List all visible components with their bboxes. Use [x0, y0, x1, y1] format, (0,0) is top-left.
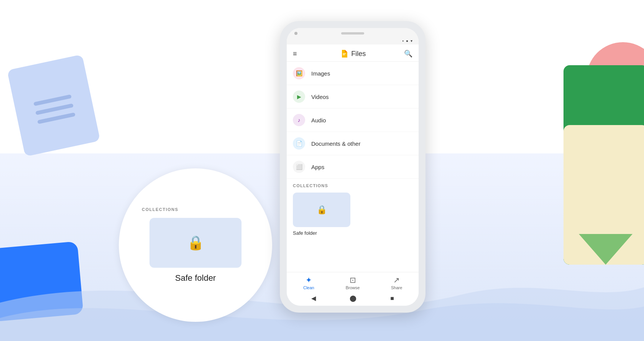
search-icon[interactable]: 🔍	[404, 49, 412, 58]
collections-circle: COLLECTIONS 🔒 Safe folder	[119, 168, 272, 322]
safe-folder-mini-card: 🔒	[293, 193, 350, 227]
signal-icon: ●	[406, 39, 408, 43]
lock-icon-small: 🔒	[317, 205, 327, 215]
images-icon: 🖼️	[296, 70, 302, 76]
note-shape	[7, 54, 100, 157]
safe-folder-mini-label: Safe folder	[293, 230, 317, 236]
home-bar: ◀ ⬤ ■	[287, 292, 419, 306]
documents-icon: 📄	[296, 140, 302, 147]
app-logo: Files	[302, 49, 404, 58]
videos-icon-bg: ▶	[293, 91, 305, 103]
safe-folder-item[interactable]: 🔒 Safe folder	[293, 193, 350, 236]
phone-frame: ▪ ● ▾ ≡ Files 🔍	[280, 21, 426, 313]
nav-browse[interactable]: ⊡ Browse	[331, 275, 375, 290]
apps-label: Apps	[311, 164, 324, 170]
collections-items: 🔒 Safe folder	[293, 193, 412, 236]
documents-icon-bg: 📄	[293, 137, 305, 150]
audio-label: Audio	[311, 117, 326, 124]
app-header: ≡ Files 🔍	[287, 44, 419, 62]
phone-notch	[287, 28, 419, 37]
svg-rect-0	[343, 53, 346, 54]
lock-icon-large: 🔒	[187, 235, 204, 251]
documents-label: Documents & other	[311, 140, 360, 147]
camera-dot	[294, 32, 297, 35]
collections-zoom-label: COLLECTIONS	[142, 207, 178, 212]
speaker-bar	[341, 32, 364, 35]
app-title: Files	[351, 50, 366, 58]
phone-screen: ▪ ● ▾ ≡ Files 🔍	[287, 28, 419, 306]
clean-nav-label: Clean	[303, 285, 314, 290]
browse-nav-label: Browse	[346, 285, 360, 290]
browse-nav-icon: ⊡	[350, 275, 356, 285]
notch-spacer	[408, 32, 411, 35]
apps-icon: ⬜	[296, 164, 302, 170]
collections-section-label: COLLECTIONS	[293, 183, 412, 188]
safe-folder-card-large[interactable]: 🔒	[150, 218, 242, 268]
hamburger-icon[interactable]: ≡	[293, 50, 297, 58]
safe-folder-zoom-text: Safe folder	[175, 273, 216, 283]
recents-button[interactable]: ■	[390, 295, 394, 302]
audio-icon-bg: ♪	[293, 114, 305, 126]
collections-section: COLLECTIONS 🔒 Safe folder	[287, 179, 419, 239]
home-button[interactable]: ⬤	[350, 295, 356, 302]
videos-icon: ▶	[297, 94, 301, 100]
videos-label: Videos	[311, 94, 329, 100]
menu-item-documents[interactable]: 📄 Documents & other	[287, 132, 419, 155]
menu-list: 🖼️ Images ▶ Videos ♪ Audio	[287, 62, 419, 272]
wifi-icon: ▾	[411, 39, 412, 43]
apps-icon-bg: ⬜	[293, 161, 305, 173]
menu-item-images[interactable]: 🖼️ Images	[287, 62, 419, 85]
clean-nav-icon: ✦	[306, 275, 312, 285]
audio-icon: ♪	[298, 117, 301, 123]
nav-clean[interactable]: ✦ Clean	[287, 275, 331, 290]
nav-share[interactable]: ↗ Share	[375, 275, 419, 290]
menu-item-apps[interactable]: ⬜ Apps	[287, 155, 419, 179]
share-nav-label: Share	[391, 285, 402, 290]
bottom-nav: ✦ Clean ⊡ Browse ↗ Share	[287, 272, 419, 292]
battery-icon: ▪	[402, 39, 404, 43]
svg-rect-1	[343, 54, 345, 55]
images-icon-bg: 🖼️	[293, 67, 305, 79]
images-label: Images	[311, 70, 330, 77]
share-nav-icon: ↗	[393, 275, 400, 285]
menu-item-audio[interactable]: ♪ Audio	[287, 109, 419, 132]
status-bar: ▪ ● ▾	[287, 37, 419, 44]
back-button[interactable]: ◀	[311, 295, 316, 302]
menu-item-videos[interactable]: ▶ Videos	[287, 85, 419, 109]
files-logo-svg	[340, 49, 349, 58]
